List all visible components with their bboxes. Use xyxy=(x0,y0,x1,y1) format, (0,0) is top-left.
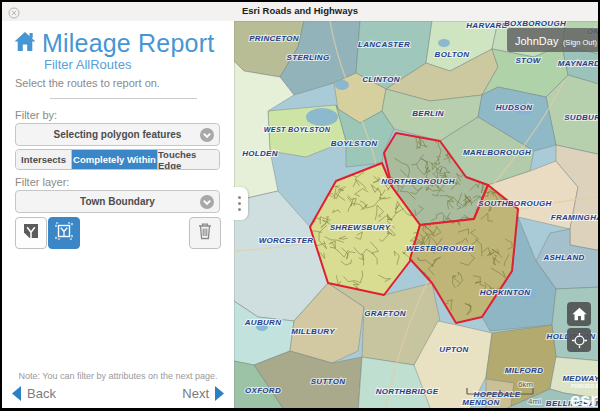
town-label: LANCASTER xyxy=(358,40,410,49)
page-subtitle: Filter AllRoutes xyxy=(44,57,131,72)
select-by-polygon-icon xyxy=(54,221,74,245)
select-features-button[interactable] xyxy=(15,217,47,249)
town-label: MENDON xyxy=(462,398,499,407)
town-label: STOW xyxy=(515,56,541,65)
water-body xyxy=(438,39,450,47)
chevron-down-icon xyxy=(200,195,214,209)
sign-out-link[interactable]: (Sign Out) xyxy=(563,38,597,47)
town-label: AUBURN xyxy=(244,318,281,327)
note-text: Note: You can filter by attributes on th… xyxy=(2,371,234,381)
wizard-nav: Back Next xyxy=(2,385,234,411)
user-badge[interactable]: JohnDay (Sign Out) xyxy=(507,28,600,52)
home-icon xyxy=(14,31,36,56)
option-touches-edge[interactable]: Touches Edge xyxy=(158,150,220,169)
town-label: HUDSON xyxy=(496,103,532,112)
home-icon xyxy=(572,307,587,321)
town-label: UPTON xyxy=(439,345,468,354)
home-extent-button[interactable] xyxy=(567,302,591,326)
town-label: MILFORD xyxy=(505,366,544,375)
close-icon[interactable] xyxy=(8,5,20,17)
separator xyxy=(50,98,197,99)
town-label: MAYNARD xyxy=(558,59,598,68)
town-label: BOLTON xyxy=(435,50,470,59)
town-label: HOPKINTON xyxy=(480,288,531,297)
town-label: ASHLAND xyxy=(542,253,584,262)
town-label: WORCESTER xyxy=(259,236,314,245)
titlebar: Esri Roads and Highways xyxy=(2,2,598,22)
town-label: FRAMINGHAM xyxy=(551,213,598,222)
town-label: PRINCETON xyxy=(249,34,299,43)
page-title: Mileage Report xyxy=(42,29,214,58)
town-label: BERLIN xyxy=(412,109,444,118)
filter-method-value: Selecting polygon features xyxy=(54,129,182,140)
water-body xyxy=(335,80,349,90)
town-label: GRAFTON xyxy=(364,309,406,318)
spatial-relation-segmented-control: Intersects Completely Within Touches Edg… xyxy=(15,149,220,170)
locate-button[interactable] xyxy=(567,328,591,352)
scale-km-label: 6km xyxy=(518,380,533,389)
panel-header: Mileage Report xyxy=(14,29,214,58)
user-name: JohnDay xyxy=(515,35,558,47)
town-label: HARVARD xyxy=(466,21,508,30)
esri-attribution: POWERED BYesri xyxy=(570,384,598,408)
town-label: HOLDEN xyxy=(242,149,278,158)
panel-collapse-handle[interactable] xyxy=(231,187,248,220)
mileage-report-panel: Mileage Report Filter AllRoutes Select t… xyxy=(2,21,235,408)
town-label: WESTBOROUGH xyxy=(406,244,474,253)
filter-layer-label: Filter layer: xyxy=(15,176,69,188)
next-button[interactable]: Next xyxy=(182,385,226,402)
select-polygon-icon xyxy=(22,222,40,244)
chevron-down-icon xyxy=(200,128,214,142)
esri-logo: esri xyxy=(570,389,598,408)
town-label: MEDWAY xyxy=(562,374,598,383)
draw-selection-polygon-button[interactable] xyxy=(48,217,80,249)
locate-icon xyxy=(571,332,588,349)
town-label: NORTHBRIDGE xyxy=(376,387,439,396)
town-label: OXFORD xyxy=(245,386,281,395)
town-label: CLINTON xyxy=(362,75,400,84)
town-label: BOXBOROUGH xyxy=(504,21,566,28)
town-label: MARLBOROUGH xyxy=(463,148,531,157)
trash-icon xyxy=(197,222,213,244)
clear-selection-button[interactable] xyxy=(189,217,221,249)
app-title: Esri Roads and Highways xyxy=(2,2,598,20)
filter-layer-dropdown[interactable]: Town Boundary xyxy=(15,190,220,213)
town-map-svg: PRINCETONSTERLINGLANCASTERHARVARDBOXBORO… xyxy=(234,21,598,408)
next-label: Next xyxy=(182,386,209,401)
town-label: SUDBURY xyxy=(564,113,598,122)
instruction-text: Select the routes to report on. xyxy=(15,77,160,89)
scale-mi-label: 4mi xyxy=(528,397,541,406)
option-intersects[interactable]: Intersects xyxy=(16,150,72,169)
back-label: Back xyxy=(27,386,56,401)
map[interactable]: PRINCETONSTERLINGLANCASTERHARVARDBOXBORO… xyxy=(234,21,598,408)
filter-layer-value: Town Boundary xyxy=(80,196,155,207)
chevron-left-icon xyxy=(10,385,22,402)
town-label: WEST BOYLSTON xyxy=(264,125,331,134)
town-label: BOYLSTON xyxy=(331,139,378,148)
town-label: SOUTHBOROUGH xyxy=(478,199,551,208)
town-label: SUTTON xyxy=(311,377,346,386)
town-label: STERLING xyxy=(287,53,330,62)
town-label: SHREWSBURY xyxy=(330,223,391,232)
filter-by-label: Filter by: xyxy=(15,109,57,121)
app-window: Esri Roads and Highways Mileage Report F… xyxy=(0,0,600,411)
town-label: NORTHBOROUGH xyxy=(381,177,455,186)
back-button[interactable]: Back xyxy=(10,385,56,402)
option-completely-within[interactable]: Completely Within xyxy=(72,150,158,169)
filter-method-dropdown[interactable]: Selecting polygon features xyxy=(15,123,220,146)
chevron-right-icon xyxy=(214,385,226,402)
town-label: MILLBURY xyxy=(291,327,335,336)
water-body xyxy=(306,108,338,126)
